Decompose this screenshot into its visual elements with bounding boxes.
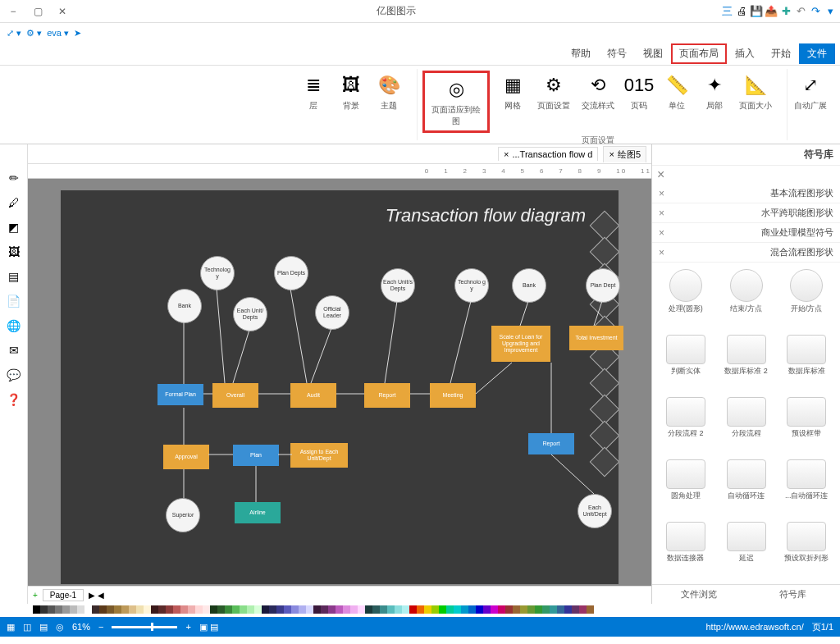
toolbar-button[interactable]: ❓ (5, 391, 23, 409)
flowchart-node[interactable]: Meeting (430, 383, 476, 408)
color-swatch[interactable] (203, 605, 210, 614)
ribbon-tab-0[interactable]: 文件 (799, 43, 835, 64)
shape-item[interactable]: 数据连接器 (657, 520, 714, 579)
color-swatch[interactable] (476, 605, 483, 614)
flowchart-node[interactable]: Bank (167, 289, 202, 323)
view-thumb-icon[interactable]: ◫ (23, 622, 31, 633)
color-swatch[interactable] (48, 605, 55, 614)
symbol-category[interactable]: 商业处理模型符号× (652, 223, 840, 243)
flowchart-node[interactable]: Bank (512, 268, 546, 303)
color-swatch[interactable] (409, 605, 417, 614)
color-swatch[interactable] (439, 605, 446, 614)
document-tab[interactable]: Transaction flow d...× (498, 147, 598, 161)
color-swatch[interactable] (225, 605, 232, 614)
color-swatch[interactable] (328, 605, 336, 614)
ribbon-button[interactable]: 🎨主题 (374, 71, 404, 113)
close-icon[interactable]: × (659, 188, 664, 199)
color-swatch[interactable] (336, 605, 343, 614)
add-page-button[interactable]: + (33, 591, 38, 600)
color-swatch[interactable] (468, 605, 476, 614)
color-swatch[interactable] (454, 605, 461, 614)
ribbon-button[interactable]: ⤢自动广展 (792, 71, 829, 113)
color-swatch[interactable] (446, 605, 454, 614)
color-swatch[interactable] (380, 605, 387, 614)
toolbar-button[interactable]: ▤ (5, 267, 23, 285)
color-swatch[interactable] (527, 605, 535, 614)
color-swatch[interactable] (299, 605, 306, 614)
color-swatch[interactable] (550, 605, 557, 614)
shape-item[interactable]: 自动循环连... (778, 458, 835, 517)
ribbon-tab-2[interactable]: 插入 (727, 43, 763, 64)
flowchart-node[interactable]: Each Unit/Dept (578, 494, 612, 528)
toolbar-button[interactable]: 🖼 (5, 243, 23, 261)
color-swatch[interactable] (343, 605, 350, 614)
flowchart-node[interactable]: Each Unit/ Depts (233, 297, 267, 331)
canvas-viewport[interactable]: Transaction flow diagram BankTechnolog y… (28, 179, 651, 586)
color-swatch[interactable] (195, 605, 203, 614)
color-swatch[interactable] (62, 605, 70, 614)
send-icon[interactable]: ➤ (74, 28, 81, 39)
color-swatch[interactable] (33, 605, 40, 614)
zoom-slider[interactable] (112, 626, 177, 628)
color-swatch[interactable] (542, 605, 550, 614)
color-swatch[interactable] (513, 605, 520, 614)
color-swatch[interactable] (240, 605, 247, 614)
color-swatch[interactable] (306, 605, 313, 614)
color-swatch[interactable] (114, 605, 121, 614)
color-swatch[interactable] (417, 605, 424, 614)
shape-item[interactable]: 分段流程 (718, 395, 775, 454)
color-swatch[interactable] (55, 605, 62, 614)
qat-export-icon[interactable]: 📤 (765, 5, 778, 18)
color-swatch[interactable] (587, 605, 594, 614)
close-icon[interactable]: × (609, 149, 614, 159)
color-swatch[interactable] (180, 605, 188, 614)
flowchart-node[interactable]: Report (364, 383, 410, 408)
color-swatch[interactable] (84, 605, 92, 614)
shape-item[interactable]: 数据库标准 (778, 333, 835, 392)
color-swatch[interactable] (40, 605, 48, 614)
toolbar-button[interactable]: 💬 (5, 366, 23, 384)
shape-item[interactable]: 结束/方点 (718, 267, 775, 330)
user-eva[interactable]: eva ▾ (47, 28, 69, 39)
flowchart-node[interactable]: Plan Depts (274, 256, 308, 290)
close-icon[interactable]: × (504, 149, 509, 159)
color-swatch[interactable] (77, 605, 84, 614)
color-swatch[interactable] (121, 605, 129, 614)
color-swatch[interactable] (535, 605, 542, 614)
color-swatch[interactable] (365, 605, 372, 614)
color-swatch[interactable] (269, 605, 276, 614)
ribbon-button[interactable]: ⚙页面设置 (536, 71, 572, 133)
symbol-category[interactable]: 基本流程图形状× (652, 184, 840, 203)
color-swatch[interactable] (276, 605, 284, 614)
qat-save-icon[interactable]: 💾 (750, 5, 763, 18)
close-icon[interactable]: × (659, 227, 664, 239)
flowchart-node[interactable]: Each Unit/s Depts (381, 268, 415, 303)
window-close[interactable]: ✕ (52, 2, 72, 21)
flowchart-node[interactable]: Overall (212, 383, 258, 408)
zoom-out-button[interactable]: − (98, 622, 103, 632)
qat-more-icon[interactable]: ▾ (824, 5, 837, 18)
color-swatch[interactable] (217, 605, 225, 614)
shape-item[interactable]: 数据库标准 2 (718, 333, 775, 392)
ribbon-tab-6[interactable]: 帮助 (563, 43, 599, 64)
ribbon-button[interactable]: ✦局部 (700, 71, 729, 133)
color-swatch[interactable] (291, 605, 299, 614)
flowchart-node[interactable]: Plan Dept (586, 268, 620, 303)
color-swatch[interactable] (431, 605, 439, 614)
window-minimize[interactable]: − (3, 2, 23, 21)
color-swatch[interactable] (210, 605, 217, 614)
color-swatch[interactable] (579, 605, 587, 614)
toolbar-button[interactable]: 🖊 (5, 194, 23, 212)
color-swatch[interactable] (254, 605, 262, 614)
color-swatch[interactable] (564, 605, 572, 614)
ribbon-tab-3[interactable]: 页面布局 (671, 43, 727, 64)
color-swatch[interactable] (402, 605, 409, 614)
zoom-in-button[interactable]: + (185, 622, 190, 632)
color-swatch[interactable] (498, 605, 505, 614)
color-swatch[interactable] (461, 605, 468, 614)
footer-tab-library[interactable]: 符号库 (746, 585, 841, 604)
flowchart-node[interactable]: Report (528, 433, 574, 454)
toolbar-button[interactable]: 🌐 (5, 317, 23, 335)
color-swatch[interactable] (247, 605, 254, 614)
color-swatch[interactable] (99, 605, 107, 614)
